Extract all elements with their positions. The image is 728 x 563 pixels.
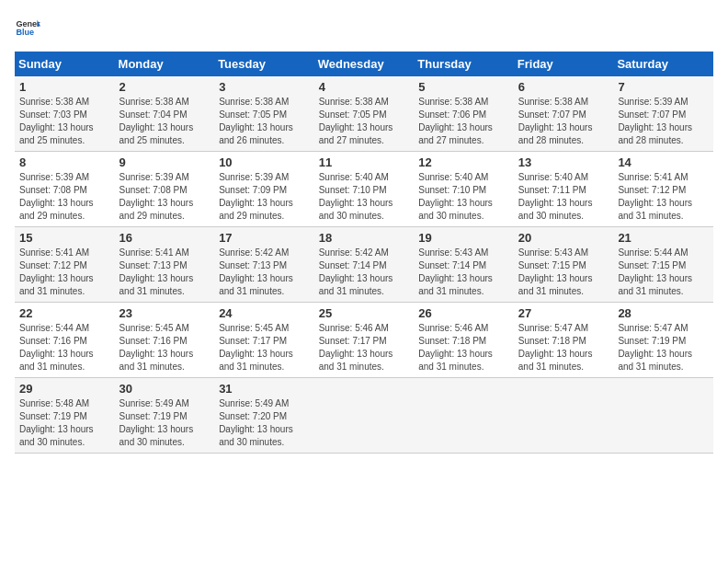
week-row-3: 15Sunrise: 5:41 AMSunset: 7:12 PMDayligh… <box>15 227 713 303</box>
calendar-cell: 9Sunrise: 5:39 AMSunset: 7:08 PMDaylight… <box>115 152 215 227</box>
day-number: 25 <box>319 306 410 320</box>
day-info: Sunrise: 5:39 AMSunset: 7:09 PMDaylight:… <box>219 171 310 223</box>
day-number: 29 <box>19 382 110 396</box>
page-container: General Blue SundayMondayTuesdayWednesda… <box>15 15 713 454</box>
svg-text:Blue: Blue <box>16 28 34 37</box>
day-number: 12 <box>418 155 509 169</box>
day-info: Sunrise: 5:39 AMSunset: 7:08 PMDaylight:… <box>19 171 110 223</box>
header: General Blue <box>15 15 713 40</box>
calendar-cell: 30Sunrise: 5:49 AMSunset: 7:19 PMDayligh… <box>115 378 215 454</box>
day-info: Sunrise: 5:39 AMSunset: 7:08 PMDaylight:… <box>119 171 210 223</box>
day-number: 6 <box>518 80 609 94</box>
day-info: Sunrise: 5:38 AMSunset: 7:04 PMDaylight:… <box>119 96 210 147</box>
calendar-cell: 18Sunrise: 5:42 AMSunset: 7:14 PMDayligh… <box>314 227 415 303</box>
day-info: Sunrise: 5:38 AMSunset: 7:05 PMDaylight:… <box>219 96 310 147</box>
day-info: Sunrise: 5:38 AMSunset: 7:03 PMDaylight:… <box>19 96 110 147</box>
day-number: 19 <box>418 231 509 245</box>
calendar-cell: 20Sunrise: 5:43 AMSunset: 7:15 PMDayligh… <box>514 227 614 303</box>
calendar-cell: 6Sunrise: 5:38 AMSunset: 7:07 PMDaylight… <box>514 76 614 152</box>
day-info: Sunrise: 5:47 AMSunset: 7:18 PMDaylight:… <box>518 322 609 373</box>
logo: General Blue <box>15 15 40 40</box>
calendar-cell: 10Sunrise: 5:39 AMSunset: 7:09 PMDayligh… <box>214 152 314 227</box>
calendar-table: SundayMondayTuesdayWednesdayThursdayFrid… <box>15 52 713 454</box>
calendar-cell: 27Sunrise: 5:47 AMSunset: 7:18 PMDayligh… <box>514 303 614 378</box>
calendar-cell: 3Sunrise: 5:38 AMSunset: 7:05 PMDaylight… <box>214 76 314 152</box>
calendar-cell: 28Sunrise: 5:47 AMSunset: 7:19 PMDayligh… <box>613 303 713 378</box>
weekday-header-saturday: Saturday <box>613 52 713 76</box>
day-number: 7 <box>618 80 709 94</box>
calendar-cell <box>613 378 713 454</box>
day-number: 9 <box>119 155 210 169</box>
weekday-header-wednesday: Wednesday <box>314 52 415 76</box>
calendar-cell <box>414 378 514 454</box>
weekday-header-tuesday: Tuesday <box>214 52 314 76</box>
day-info: Sunrise: 5:38 AMSunset: 7:06 PMDaylight:… <box>418 96 509 147</box>
day-info: Sunrise: 5:43 AMSunset: 7:15 PMDaylight:… <box>518 247 609 298</box>
day-number: 13 <box>518 155 609 169</box>
day-number: 30 <box>119 382 210 396</box>
calendar-cell: 21Sunrise: 5:44 AMSunset: 7:15 PMDayligh… <box>613 227 713 303</box>
day-number: 4 <box>319 80 410 94</box>
day-info: Sunrise: 5:49 AMSunset: 7:20 PMDaylight:… <box>219 397 310 449</box>
calendar-cell: 24Sunrise: 5:45 AMSunset: 7:17 PMDayligh… <box>214 303 314 378</box>
day-number: 5 <box>418 80 509 94</box>
calendar-cell: 23Sunrise: 5:45 AMSunset: 7:16 PMDayligh… <box>115 303 215 378</box>
calendar-cell: 12Sunrise: 5:40 AMSunset: 7:10 PMDayligh… <box>414 152 514 227</box>
week-row-5: 29Sunrise: 5:48 AMSunset: 7:19 PMDayligh… <box>15 378 713 454</box>
calendar-cell: 2Sunrise: 5:38 AMSunset: 7:04 PMDaylight… <box>115 76 215 152</box>
day-info: Sunrise: 5:45 AMSunset: 7:17 PMDaylight:… <box>219 322 310 373</box>
day-number: 17 <box>219 231 310 245</box>
day-number: 14 <box>618 155 709 169</box>
day-info: Sunrise: 5:38 AMSunset: 7:05 PMDaylight:… <box>319 96 410 147</box>
day-info: Sunrise: 5:46 AMSunset: 7:18 PMDaylight:… <box>418 322 509 373</box>
day-number: 27 <box>518 306 609 320</box>
calendar-cell: 14Sunrise: 5:41 AMSunset: 7:12 PMDayligh… <box>613 152 713 227</box>
day-info: Sunrise: 5:46 AMSunset: 7:17 PMDaylight:… <box>319 322 410 373</box>
day-number: 22 <box>19 306 110 320</box>
day-number: 11 <box>319 155 410 169</box>
day-number: 3 <box>219 80 310 94</box>
weekday-header-row: SundayMondayTuesdayWednesdayThursdayFrid… <box>15 52 713 76</box>
weekday-header-sunday: Sunday <box>15 52 115 76</box>
day-info: Sunrise: 5:44 AMSunset: 7:16 PMDaylight:… <box>19 322 110 373</box>
calendar-cell <box>314 378 415 454</box>
calendar-cell: 31Sunrise: 5:49 AMSunset: 7:20 PMDayligh… <box>214 378 314 454</box>
calendar-cell: 4Sunrise: 5:38 AMSunset: 7:05 PMDaylight… <box>314 76 415 152</box>
calendar-cell: 16Sunrise: 5:41 AMSunset: 7:13 PMDayligh… <box>115 227 215 303</box>
calendar-cell: 8Sunrise: 5:39 AMSunset: 7:08 PMDaylight… <box>15 152 115 227</box>
day-info: Sunrise: 5:38 AMSunset: 7:07 PMDaylight:… <box>518 96 609 147</box>
day-number: 23 <box>119 306 210 320</box>
day-number: 20 <box>518 231 609 245</box>
calendar-cell: 1Sunrise: 5:38 AMSunset: 7:03 PMDaylight… <box>15 76 115 152</box>
day-number: 26 <box>418 306 509 320</box>
day-info: Sunrise: 5:39 AMSunset: 7:07 PMDaylight:… <box>618 96 709 147</box>
calendar-cell: 19Sunrise: 5:43 AMSunset: 7:14 PMDayligh… <box>414 227 514 303</box>
day-number: 16 <box>119 231 210 245</box>
day-number: 28 <box>618 306 709 320</box>
calendar-cell: 25Sunrise: 5:46 AMSunset: 7:17 PMDayligh… <box>314 303 415 378</box>
day-number: 1 <box>19 80 110 94</box>
day-number: 10 <box>219 155 310 169</box>
day-number: 21 <box>618 231 709 245</box>
calendar-cell: 13Sunrise: 5:40 AMSunset: 7:11 PMDayligh… <box>514 152 614 227</box>
day-info: Sunrise: 5:41 AMSunset: 7:13 PMDaylight:… <box>119 247 210 298</box>
weekday-header-friday: Friday <box>514 52 614 76</box>
day-info: Sunrise: 5:40 AMSunset: 7:10 PMDaylight:… <box>418 171 509 223</box>
weekday-header-monday: Monday <box>115 52 215 76</box>
day-info: Sunrise: 5:43 AMSunset: 7:14 PMDaylight:… <box>418 247 509 298</box>
day-info: Sunrise: 5:48 AMSunset: 7:19 PMDaylight:… <box>19 397 110 449</box>
day-info: Sunrise: 5:47 AMSunset: 7:19 PMDaylight:… <box>618 322 709 373</box>
day-info: Sunrise: 5:40 AMSunset: 7:11 PMDaylight:… <box>518 171 609 223</box>
calendar-cell: 17Sunrise: 5:42 AMSunset: 7:13 PMDayligh… <box>214 227 314 303</box>
logo-icon: General Blue <box>15 15 40 40</box>
day-info: Sunrise: 5:41 AMSunset: 7:12 PMDaylight:… <box>19 247 110 298</box>
calendar-cell: 7Sunrise: 5:39 AMSunset: 7:07 PMDaylight… <box>613 76 713 152</box>
calendar-cell <box>514 378 614 454</box>
calendar-cell: 22Sunrise: 5:44 AMSunset: 7:16 PMDayligh… <box>15 303 115 378</box>
day-number: 18 <box>319 231 410 245</box>
week-row-4: 22Sunrise: 5:44 AMSunset: 7:16 PMDayligh… <box>15 303 713 378</box>
calendar-cell: 15Sunrise: 5:41 AMSunset: 7:12 PMDayligh… <box>15 227 115 303</box>
day-info: Sunrise: 5:41 AMSunset: 7:12 PMDaylight:… <box>618 171 709 223</box>
week-row-1: 1Sunrise: 5:38 AMSunset: 7:03 PMDaylight… <box>15 76 713 152</box>
svg-text:General: General <box>16 19 40 29</box>
